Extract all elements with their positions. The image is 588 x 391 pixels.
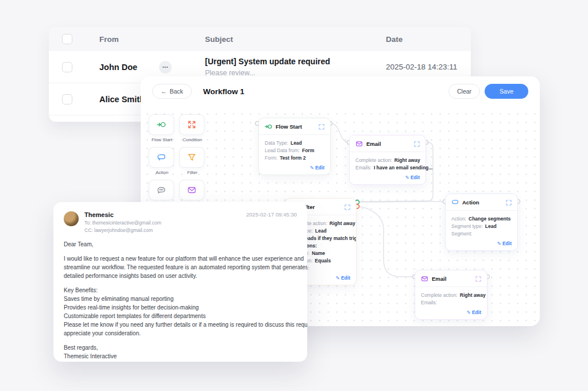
edit-link[interactable]: ✎ Edit — [350, 173, 425, 184]
email-icon — [421, 275, 428, 282]
expand-icon[interactable] — [319, 124, 324, 130]
expand-icon[interactable] — [475, 276, 481, 282]
mail-cc-line: CC: lawyerjohndoe@gmail.com — [84, 227, 161, 233]
email-icon — [355, 140, 363, 148]
column-header-from: From — [99, 35, 205, 44]
column-header-date: Date — [386, 35, 471, 44]
flow-start-icon — [157, 120, 166, 129]
back-button[interactable]: ← Back — [152, 84, 192, 99]
email-preview-card: Themesic To: themesicinteractive@gmail.c… — [53, 202, 307, 362]
edit-link[interactable]: ✎ Edit — [259, 164, 330, 175]
back-arrow-icon: ← — [161, 88, 167, 95]
node-action[interactable]: Action Action:Change segments Segment ty… — [445, 193, 518, 251]
row-checkbox[interactable] — [62, 94, 72, 104]
workflow-title: Workflow 1 — [203, 87, 245, 96]
column-header-subject: Subject — [205, 35, 386, 44]
node-email-1[interactable]: Email Complete action:Right away Emails:… — [349, 135, 426, 185]
sender-name: John Doe — [99, 63, 137, 72]
action-icon — [451, 199, 459, 206]
expand-icon[interactable] — [345, 204, 350, 210]
node-email-2[interactable]: Email Complete action:Right away Emails:… — [415, 270, 488, 320]
edit-link[interactable]: ✎ Edit — [415, 308, 487, 319]
sender-avatar — [64, 211, 79, 226]
more-options-button[interactable]: ••• — [159, 61, 172, 73]
email-icon — [187, 185, 196, 195]
select-all-checkbox[interactable] — [62, 34, 72, 44]
palette-item-action[interactable]: Action — [149, 147, 175, 175]
edit-pencil-icon: ✎ — [310, 165, 314, 171]
palette-item-condition[interactable]: Condition — [179, 114, 206, 142]
flow-start-icon — [265, 123, 272, 130]
email-subject: [Urgent] System update required — [205, 57, 386, 66]
table-header-row: From Subject Date — [49, 27, 471, 51]
condition-icon — [187, 120, 196, 129]
edit-pencil-icon: ✎ — [335, 275, 339, 281]
node-flow-start[interactable]: Flow Start Data Type:Lead Lead Data from… — [258, 118, 331, 175]
expand-icon[interactable] — [506, 200, 512, 206]
edit-pencil-icon: ✎ — [405, 175, 409, 180]
mail-timestamp: 2025-02-17 09:45:30 — [246, 211, 297, 218]
edit-pencil-icon: ✎ — [466, 309, 470, 315]
filter-icon — [187, 153, 196, 162]
node-palette: Flow Start Condition Action Filter SMS E… — [149, 114, 206, 208]
palette-item-filter[interactable]: Filter — [179, 147, 206, 175]
sms-icon — [157, 185, 166, 195]
email-date: 2025-02-18 14:23:11 — [386, 63, 471, 71]
edit-link[interactable]: ✎ Edit — [446, 239, 517, 250]
sender-name: Alice Smith — [99, 95, 145, 104]
expand-icon[interactable] — [414, 141, 420, 147]
edit-pencil-icon: ✎ — [497, 241, 501, 246]
save-button[interactable]: Save — [485, 84, 528, 99]
mail-to-line: To: themesicinteractive@gmail.com — [84, 220, 161, 226]
palette-item-flow-start[interactable]: Flow Start — [149, 114, 175, 142]
more-dots-icon: ••• — [163, 65, 168, 69]
row-checkbox[interactable] — [62, 62, 72, 72]
action-icon — [157, 153, 166, 162]
clear-button[interactable]: Clear — [448, 84, 480, 99]
mail-body: Dear Team, I would like to request a new… — [64, 240, 297, 361]
workflow-header: ← Back Workflow 1 Clear Save — [141, 76, 540, 106]
mail-sender-name: Themesic — [84, 211, 161, 218]
email-preview-text: Please review... — [205, 69, 386, 77]
